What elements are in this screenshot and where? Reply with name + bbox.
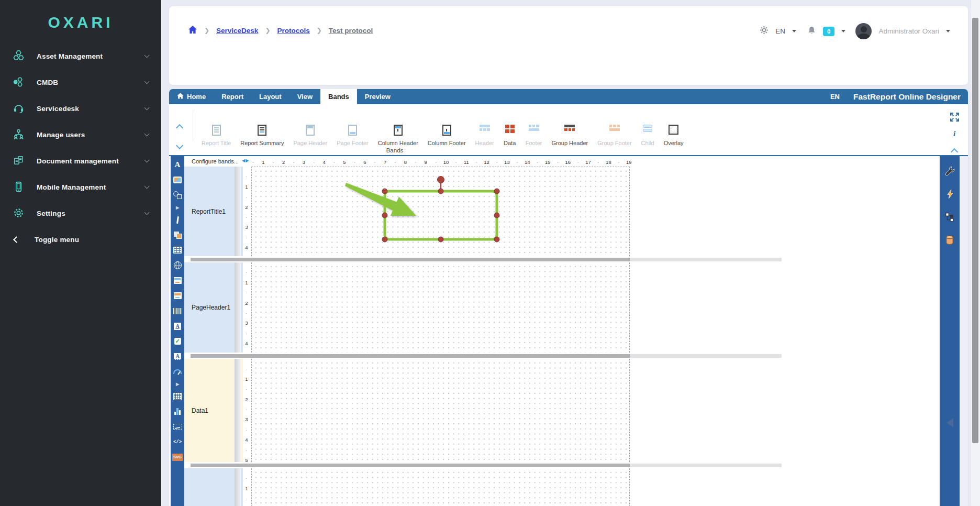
band-label[interactable]: PageHeader1 <box>184 262 235 353</box>
tool-shapes-icon[interactable] <box>171 188 184 203</box>
breadcrumb-servicedesk[interactable]: ServiceDesk <box>216 27 258 35</box>
tool-chart-icon[interactable] <box>171 404 184 419</box>
page-header-icon <box>304 124 317 140</box>
band-button-overlay[interactable]: Overlay <box>659 107 688 146</box>
band-label[interactable]: ReportTitle1 <box>184 167 235 256</box>
tool-picture-icon[interactable] <box>171 172 184 188</box>
band-button-page-header[interactable]: Page Header <box>288 107 332 146</box>
report-title-icon <box>210 124 222 140</box>
tab-bands[interactable]: Bands <box>320 89 357 104</box>
toggle-menu-label: Toggle menu <box>35 236 149 244</box>
tab-view[interactable]: View <box>289 89 320 104</box>
tool-gauge-icon[interactable] <box>171 364 184 379</box>
tab-preview[interactable]: Preview <box>357 89 398 104</box>
info-icon[interactable]: i <box>949 129 960 138</box>
caret-down-icon[interactable] <box>792 30 796 32</box>
child-icon <box>641 122 654 140</box>
tool-table-icon[interactable] <box>171 243 184 258</box>
tool-rich-text-icon[interactable]: A <box>171 318 184 334</box>
tab-home[interactable]: Home <box>169 89 214 104</box>
tool-matrix-icon[interactable] <box>171 389 184 404</box>
band-label[interactable]: Data1 <box>184 359 235 462</box>
tool-text-icon[interactable]: A <box>171 157 184 172</box>
band-separator[interactable] <box>184 256 937 262</box>
fullscreen-icon[interactable] <box>949 113 960 124</box>
column-header-icon <box>392 124 404 140</box>
panel-properties-icon[interactable] <box>940 159 960 182</box>
band-separator[interactable] <box>184 462 937 468</box>
band-button-footer[interactable]: Footer <box>521 107 547 146</box>
tool-map-icon[interactable] <box>171 258 184 273</box>
band-button-child[interactable]: Child <box>637 107 659 146</box>
sidebar-item-asset-management[interactable]: Asset Management <box>0 43 161 69</box>
tool-shapes-flyout-icon[interactable]: ▶ <box>171 203 184 212</box>
breadcrumb-protocols[interactable]: Protocols <box>277 27 309 35</box>
band-button-group-header[interactable]: Group Header <box>547 107 593 146</box>
configure-bands-button[interactable]: Configure bands... <box>192 158 239 164</box>
tool-text-block-icon[interactable]: A <box>171 349 184 364</box>
tool-svg-icon[interactable]: SVG <box>171 449 184 465</box>
sidebar-item-mobile-management[interactable]: Mobile Management <box>0 174 161 200</box>
band-label[interactable] <box>184 468 235 506</box>
band-button-data[interactable]: Data <box>499 107 521 146</box>
tool-subreport-icon[interactable] <box>171 273 184 288</box>
band-design-area[interactable] <box>251 468 630 506</box>
tool-barcode-icon[interactable] <box>171 303 184 318</box>
tool-signature-icon[interactable] <box>171 419 184 434</box>
notification-badge[interactable]: 0 <box>823 27 834 36</box>
band-button-report-title[interactable]: Report Title <box>197 107 236 146</box>
designer-title: FastReport Online Designer <box>853 92 961 102</box>
asset-management-icon <box>13 50 25 62</box>
tool-nested-report-icon[interactable] <box>171 288 184 303</box>
band-button-page-footer[interactable]: Page Footer <box>332 107 373 146</box>
band-separator[interactable] <box>184 353 937 359</box>
ribbon-scroll-down-button[interactable] <box>177 143 182 148</box>
tool-gauge-flyout-icon[interactable]: ▶ <box>171 379 184 389</box>
collapse-ribbon-icon[interactable] <box>949 147 960 157</box>
tab-layout[interactable]: Layout <box>251 89 289 104</box>
page-scrollbar[interactable] <box>971 0 980 506</box>
tool-line-icon[interactable] <box>171 212 184 227</box>
band-design-area[interactable] <box>251 262 630 353</box>
toggle-menu-button[interactable]: Toggle menu <box>0 226 161 252</box>
ribbon-divider <box>193 109 193 141</box>
scrollbar-thumb[interactable] <box>972 18 978 443</box>
language-selector[interactable]: EN <box>775 27 785 35</box>
sidebar-item-settings[interactable]: Settings <box>0 200 161 226</box>
ribbon-scroll-up-button[interactable] <box>177 125 182 130</box>
band-button-column-footer[interactable]: Column Footer <box>423 107 471 146</box>
report-canvas[interactable]: Configure bands... ◀▶ ·1·2·3·4·5·6·7·8·9… <box>184 156 937 506</box>
band-button-column-header[interactable]: Column Header <box>373 107 423 146</box>
sidebar-item-document-management[interactable]: Document management <box>0 148 161 174</box>
panel-report-tree-icon[interactable] <box>940 205 960 228</box>
band-design-area[interactable] <box>251 359 630 462</box>
sidebar-item-manage-users[interactable]: Manage users <box>0 122 161 148</box>
user-name[interactable]: Administrator Oxari <box>878 27 939 35</box>
caret-down-icon[interactable] <box>841 30 845 32</box>
breadcrumb-test-protocol[interactable]: Test protocol <box>329 27 373 35</box>
gear-icon[interactable] <box>760 26 769 37</box>
vertical-ruler: ·1·2·3·4·5· <box>243 359 251 462</box>
band-button-report-summary[interactable]: Report Summary <box>236 107 288 146</box>
manage-users-icon <box>13 128 25 141</box>
tool-html-icon[interactable]: </> <box>171 434 184 449</box>
designer-language[interactable]: EN <box>830 93 840 101</box>
panel-data-sources-icon[interactable] <box>940 228 960 251</box>
ruler-row: Configure bands... ◀▶ ·1·2·3·4·5·6·7·8·9… <box>184 156 937 167</box>
band-button-header[interactable]: Header <box>471 107 499 146</box>
caret-down-icon[interactable] <box>946 30 950 32</box>
avatar[interactable] <box>855 23 872 39</box>
sidebar-item-cmdb[interactable]: CMDB <box>0 69 161 95</box>
band-design-area[interactable] <box>251 167 630 256</box>
bell-icon[interactable] <box>807 26 816 37</box>
sidebar-item-servicedesk[interactable]: Servicedesk <box>0 95 161 122</box>
panel-events-icon[interactable] <box>940 182 960 205</box>
tool-checkbox-icon[interactable]: ✓ <box>171 334 184 349</box>
collapse-panel-icon[interactable] <box>940 418 960 427</box>
home-icon[interactable] <box>188 25 197 36</box>
tab-report[interactable]: Report <box>214 89 251 104</box>
breadcrumb-separator: ❯ <box>317 27 322 34</box>
tool-clone-icon[interactable] <box>171 227 184 243</box>
band-button-group-footer[interactable]: Group Footer <box>593 107 636 146</box>
chevron-down-icon <box>144 158 150 163</box>
